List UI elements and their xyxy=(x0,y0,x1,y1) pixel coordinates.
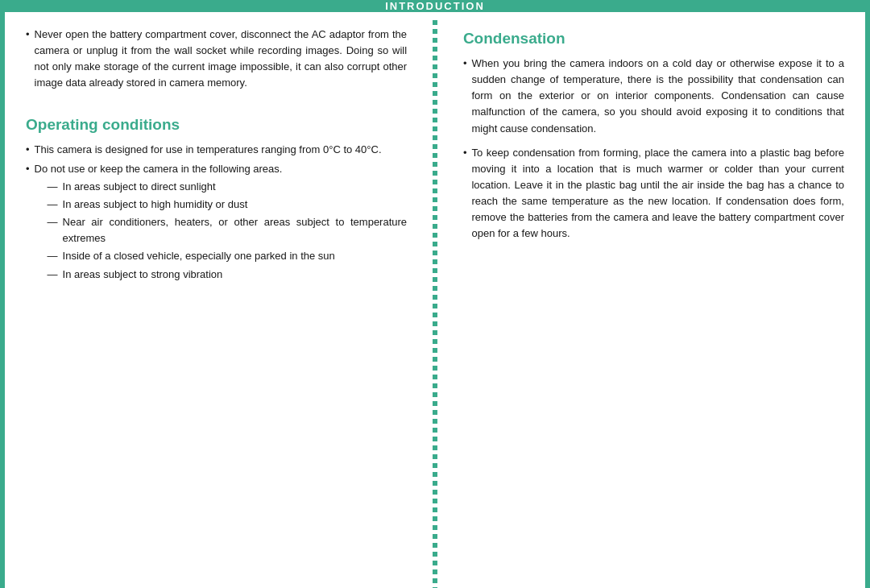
divider-dot xyxy=(433,277,437,282)
dash-4: — xyxy=(48,248,58,264)
divider-dot xyxy=(433,188,437,193)
divider-dot xyxy=(433,561,437,565)
cond-bullet-symbol-1: • xyxy=(463,56,467,72)
sub-item-4: — Inside of a closed vehicle, especially… xyxy=(48,248,408,264)
divider-dot xyxy=(433,215,437,220)
divider-dot xyxy=(433,366,437,371)
divider-dot xyxy=(433,20,437,25)
divider-dot xyxy=(433,100,437,105)
divider-dot xyxy=(433,578,437,583)
divider-dot xyxy=(433,428,437,433)
header-title: Introduction xyxy=(385,0,485,12)
divider-dot xyxy=(433,286,437,291)
oc-bullet-2-text: Do not use or keep the camera in the fol… xyxy=(35,163,283,175)
divider-dot xyxy=(433,569,437,574)
divider-dot xyxy=(433,516,437,521)
divider-dot xyxy=(433,153,437,158)
divider-dot xyxy=(433,507,437,512)
divider-dot xyxy=(433,126,437,131)
operating-conditions-heading: Operating conditions xyxy=(26,116,407,134)
divider-dot xyxy=(433,233,437,238)
cond-bullet-1-text: When you bring the camera indoors on a c… xyxy=(471,56,844,137)
divider-dot xyxy=(433,525,437,530)
header-bar: Introduction xyxy=(0,0,870,12)
divider-dot xyxy=(433,437,437,441)
divider-dot xyxy=(433,118,437,122)
oc-sub-items: — In areas subject to direct sunlight — … xyxy=(48,179,408,283)
divider-dot xyxy=(433,73,437,78)
divider-dot xyxy=(433,47,437,52)
divider-dot xyxy=(433,64,437,69)
sub-item-4-text: Inside of a closed vehicle, especially o… xyxy=(63,248,335,264)
bullet-symbol-1: • xyxy=(26,142,30,158)
column-divider xyxy=(429,12,441,588)
divider-dot xyxy=(433,401,437,406)
sub-item-3-text: Near air conditioners, heaters, or other… xyxy=(63,214,408,246)
divider-dot xyxy=(433,144,437,149)
divider-dot xyxy=(433,206,437,211)
divider-dot xyxy=(433,375,437,379)
divider-dot xyxy=(433,313,437,317)
oc-bullet-2-block: Do not use or keep the camera in the fol… xyxy=(35,161,408,284)
sub-item-2: — In areas subject to high humidity or d… xyxy=(48,197,408,213)
bullet-symbol-2: • xyxy=(26,161,30,177)
divider-dot xyxy=(433,171,437,176)
divider-dot xyxy=(433,490,437,495)
divider-dot xyxy=(433,91,437,96)
cond-bullet-1: • When you bring the camera indoors on a… xyxy=(463,56,844,137)
divider-dot xyxy=(433,197,437,202)
divider-dot xyxy=(433,330,437,335)
divider-dot xyxy=(433,472,437,477)
divider-dot xyxy=(433,268,437,273)
divider-dot xyxy=(433,29,437,34)
operating-conditions-section: Operating conditions • This camera is de… xyxy=(26,113,407,288)
dash-3: — xyxy=(48,214,58,230)
condensation-heading: Condensation xyxy=(463,30,844,48)
divider-dot xyxy=(433,481,437,486)
dash-1: — xyxy=(48,179,58,195)
oc-bullet-1: • This camera is designed for use in tem… xyxy=(26,142,407,158)
sub-item-5: — In areas subject to strong vibration xyxy=(48,267,408,283)
divider-dot xyxy=(433,304,437,308)
divider-dot xyxy=(433,82,437,87)
right-column: Condensation • When you bring the camera… xyxy=(441,12,870,588)
divider-dot xyxy=(433,463,437,468)
cond-bullet-2: • To keep condensation from forming, pla… xyxy=(463,145,844,242)
divider-dot xyxy=(433,180,437,184)
divider-dot xyxy=(433,348,437,353)
page-container: Introduction • Never open the battery co… xyxy=(0,0,870,588)
divider-dot xyxy=(433,295,437,300)
operating-conditions-content: • This camera is designed for use in tem… xyxy=(26,142,407,284)
divider-dot xyxy=(433,135,437,140)
bullet-symbol: • xyxy=(26,27,30,43)
divider-dot xyxy=(433,383,437,388)
divider-dot xyxy=(433,339,437,344)
divider-dot xyxy=(433,499,437,503)
divider-dot xyxy=(433,56,437,60)
sub-item-2-text: In areas subject to high humidity or dus… xyxy=(63,197,248,213)
intro-bullet-text: Never open the battery compartment cover… xyxy=(35,27,408,92)
divider-dot xyxy=(433,224,437,229)
divider-dot xyxy=(433,534,437,539)
divider-dot xyxy=(433,38,437,43)
sub-item-1: — In areas subject to direct sunlight xyxy=(48,179,408,195)
divider-dot xyxy=(433,109,437,114)
cond-bullet-symbol-2: • xyxy=(463,145,467,161)
dash-2: — xyxy=(48,197,58,213)
divider-dot xyxy=(433,419,437,424)
sub-item-5-text: In areas subject to strong vibration xyxy=(63,267,223,283)
condensation-content: • When you bring the camera indoors on a… xyxy=(463,56,844,242)
divider-dot xyxy=(433,321,437,326)
divider-dot xyxy=(433,445,437,450)
divider-dot xyxy=(433,552,437,557)
divider-dot xyxy=(433,162,437,167)
intro-bullet-item: • Never open the battery compartment cov… xyxy=(26,27,407,92)
sub-item-1-text: In areas subject to direct sunlight xyxy=(63,179,216,195)
divider-dot xyxy=(433,251,437,255)
divider-dot xyxy=(433,392,437,397)
divider-dot xyxy=(433,357,437,362)
left-column: • Never open the battery compartment cov… xyxy=(0,12,429,588)
dash-5: — xyxy=(48,267,58,283)
sub-item-3: — Near air conditioners, heaters, or oth… xyxy=(48,214,408,246)
divider-dot xyxy=(433,259,437,264)
